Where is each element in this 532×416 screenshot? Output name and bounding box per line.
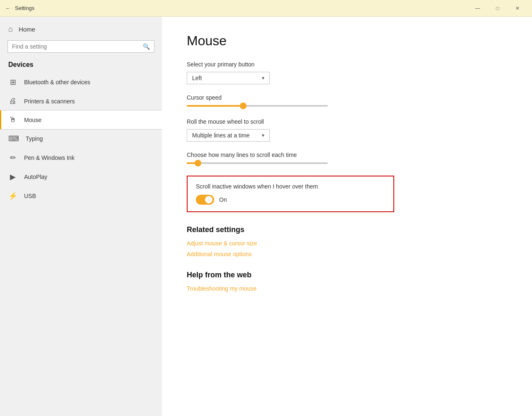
sidebar-item-usb[interactable]: ⚡ USB xyxy=(0,186,162,206)
pen-icon: ✏ xyxy=(8,153,17,162)
sidebar-section-title: Devices xyxy=(0,59,162,73)
sidebar-item-autoplay-label: AutoPlay xyxy=(24,174,47,180)
cursor-speed-label: Cursor speed xyxy=(187,94,507,101)
inactive-scroll-box: Scroll inactive windows when I hover ove… xyxy=(187,176,394,212)
additional-mouse-link[interactable]: Additional mouse options xyxy=(187,251,507,257)
home-icon: ⌂ xyxy=(8,25,13,34)
inactive-scroll-toggle[interactable] xyxy=(196,195,214,205)
minimize-button[interactable]: — xyxy=(468,2,487,15)
sidebar-item-typing[interactable]: ⌨ Typing xyxy=(0,129,162,148)
main-content: Mouse Select your primary button Left ▾ … xyxy=(162,17,532,416)
sidebar-item-mouse[interactable]: 🖱 Mouse xyxy=(0,110,162,129)
scroll-wheel-value: Multiple lines at a time xyxy=(192,132,250,139)
search-box[interactable]: 🔍 xyxy=(7,40,154,53)
sidebar-item-printers[interactable]: 🖨 Printers & scanners xyxy=(0,92,162,110)
search-input[interactable] xyxy=(12,43,139,50)
app-body: ⌂ Home 🔍 Devices ⊞ Bluetooth & other dev… xyxy=(0,17,532,416)
scroll-lines-container: Choose how many lines to scroll each tim… xyxy=(187,152,507,164)
printer-icon: 🖨 xyxy=(8,97,17,105)
autoplay-icon: ▶ xyxy=(8,172,17,181)
chevron-down-icon: ▾ xyxy=(262,75,264,81)
scroll-lines-thumb[interactable] xyxy=(195,160,201,166)
sidebar-item-bluetooth[interactable]: ⊞ Bluetooth & other devices xyxy=(0,73,162,92)
sidebar-item-pen[interactable]: ✏ Pen & Windows Ink xyxy=(0,148,162,167)
help-heading: Help from the web xyxy=(187,271,507,279)
adjust-mouse-link[interactable]: Adjust mouse & cursor size xyxy=(187,240,507,247)
sidebar: ⌂ Home 🔍 Devices ⊞ Bluetooth & other dev… xyxy=(0,17,162,416)
home-label: Home xyxy=(19,26,35,33)
maximize-button[interactable]: □ xyxy=(488,2,507,15)
related-settings-section: Related settings Adjust mouse & cursor s… xyxy=(187,225,507,257)
toggle-state-label: On xyxy=(219,196,227,203)
titlebar: ← Settings — □ ✕ xyxy=(0,0,532,17)
scroll-wheel-dropdown[interactable]: Multiple lines at a time ▾ xyxy=(187,129,270,142)
cursor-speed-thumb[interactable] xyxy=(240,103,246,109)
search-icon: 🔍 xyxy=(143,43,150,50)
typing-icon: ⌨ xyxy=(8,134,19,143)
window-controls: — □ ✕ xyxy=(468,2,527,15)
primary-button-label: Select your primary button xyxy=(187,61,507,68)
scroll-lines-label: Choose how many lines to scroll each tim… xyxy=(187,152,507,158)
sidebar-item-pen-label: Pen & Windows Ink xyxy=(24,154,74,161)
primary-button-value: Left xyxy=(192,75,202,81)
sidebar-item-typing-label: Typing xyxy=(26,135,43,142)
mouse-icon: 🖱 xyxy=(8,115,17,124)
sidebar-item-autoplay[interactable]: ▶ AutoPlay xyxy=(0,167,162,186)
bluetooth-icon: ⊞ xyxy=(8,78,17,87)
primary-button-dropdown[interactable]: Left ▾ xyxy=(187,72,270,84)
cursor-speed-container: Cursor speed xyxy=(187,94,507,107)
chevron-down-icon2: ▾ xyxy=(262,132,264,138)
inactive-scroll-toggle-row: On xyxy=(196,195,385,205)
cursor-speed-track[interactable] xyxy=(187,105,328,107)
inactive-scroll-label: Scroll inactive windows when I hover ove… xyxy=(196,183,385,190)
help-section: Help from the web Troubleshooting my mou… xyxy=(187,271,507,292)
troubleshooting-link[interactable]: Troubleshooting my mouse xyxy=(187,285,507,292)
app-title: Settings xyxy=(15,5,468,11)
page-title: Mouse xyxy=(187,33,507,49)
sidebar-item-mouse-label: Mouse xyxy=(24,117,41,123)
usb-icon: ⚡ xyxy=(8,191,17,201)
sidebar-item-bluetooth-label: Bluetooth & other devices xyxy=(24,79,90,86)
cursor-speed-fill xyxy=(187,105,243,107)
sidebar-item-printers-label: Printers & scanners xyxy=(24,98,75,105)
scroll-wheel-label: Roll the mouse wheel to scroll xyxy=(187,118,507,125)
sidebar-item-home[interactable]: ⌂ Home xyxy=(0,17,162,39)
toggle-knob xyxy=(205,196,212,203)
close-button[interactable]: ✕ xyxy=(508,2,527,15)
back-button[interactable]: ← xyxy=(5,5,11,12)
related-settings-heading: Related settings xyxy=(187,225,507,234)
sidebar-item-usb-label: USB xyxy=(24,193,36,199)
scroll-lines-track[interactable] xyxy=(187,162,328,164)
